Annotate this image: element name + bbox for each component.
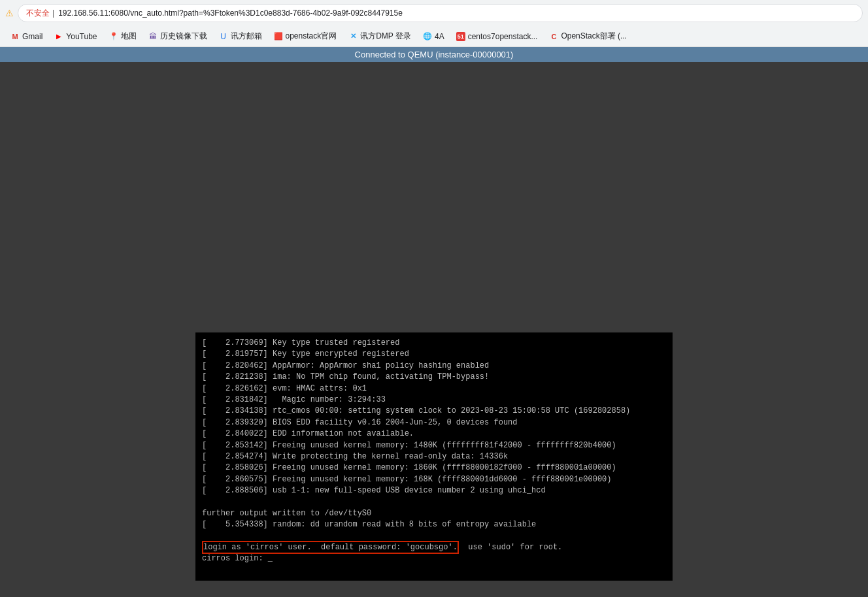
status-text: Connected to QEMU (instance-00000001) xyxy=(355,50,514,59)
bookmark-label: YouTube xyxy=(66,32,97,41)
bookmark-label: 讯方邮箱 xyxy=(231,31,262,42)
bookmark-label: 4A xyxy=(435,32,444,41)
bookmark-xunfang-dmp[interactable]: ✕ 讯方DMP 登录 xyxy=(343,29,416,44)
address-bar-row: ⚠ 不安全 | 192.168.56.11:6080/vnc_auto.html… xyxy=(0,0,868,26)
browser-chrome: ⚠ 不安全 | 192.168.56.11:6080/vnc_auto.html… xyxy=(0,0,868,62)
4a-icon: 🌐 xyxy=(423,32,432,41)
vnc-status-bar: Connected to QEMU (instance-00000001) xyxy=(0,47,868,62)
vnc-area[interactable]: [ 2.773069] Key type trusted registered … xyxy=(0,62,868,594)
separator: | xyxy=(52,8,54,18)
openstack-cn-icon: 🟥 xyxy=(274,32,283,41)
youtube-icon: ▶ xyxy=(54,32,63,41)
gmail-icon: M xyxy=(10,32,20,41)
terminal-window[interactable]: [ 2.773069] Key type trusted registered … xyxy=(195,332,673,581)
bookmark-label: openstack官网 xyxy=(286,31,337,42)
address-bar[interactable]: 不安全 | 192.168.56.11:6080/vnc_auto.html?p… xyxy=(18,4,863,22)
bookmark-maps[interactable]: 📍 地图 xyxy=(104,29,142,44)
maps-icon: 📍 xyxy=(109,32,118,41)
bookmark-label: OpenStack部署 (... xyxy=(561,31,627,42)
url-text: 192.168.56.11:6080/vnc_auto.html?path=%3… xyxy=(58,8,403,18)
bookmark-openstack-cn[interactable]: 🟥 openstack官网 xyxy=(269,29,342,44)
warning-icon: ⚠ xyxy=(5,8,14,18)
insecure-label: 不安全 xyxy=(26,8,50,19)
bookmark-gmail[interactable]: M Gmail xyxy=(5,30,48,43)
centos7-icon: 51 xyxy=(456,32,465,41)
bookmark-label: 地图 xyxy=(121,31,137,42)
bookmark-label: 讯方DMP 登录 xyxy=(360,31,411,42)
history-icon: 🏛 xyxy=(148,32,158,41)
bookmark-label: 历史镜像下载 xyxy=(160,31,207,42)
bookmark-openstack-deploy[interactable]: C OpenStack部署 (... xyxy=(544,29,632,44)
bookmark-4a[interactable]: 🌐 4A xyxy=(418,30,450,43)
xunfang-icon: U xyxy=(219,32,228,41)
bookmark-label: Gmail xyxy=(22,32,42,41)
bookmark-youtube[interactable]: ▶ YouTube xyxy=(49,30,102,43)
bookmark-xunfang[interactable]: U 讯方邮箱 xyxy=(214,29,267,44)
bookmark-label: centos7openstack... xyxy=(468,32,538,41)
bookmark-history[interactable]: 🏛 历史镜像下载 xyxy=(143,29,212,44)
bookmarks-bar: M Gmail ▶ YouTube 📍 地图 🏛 历史镜像下载 U 讯方邮箱 🟥… xyxy=(0,26,868,47)
terminal-content: [ 2.773069] Key type trusted registered … xyxy=(202,338,666,565)
openstack-deploy-icon: C xyxy=(549,32,558,41)
xunfang-dmp-icon: ✕ xyxy=(348,32,358,41)
bookmark-centos7[interactable]: 51 centos7openstack... xyxy=(451,30,543,43)
